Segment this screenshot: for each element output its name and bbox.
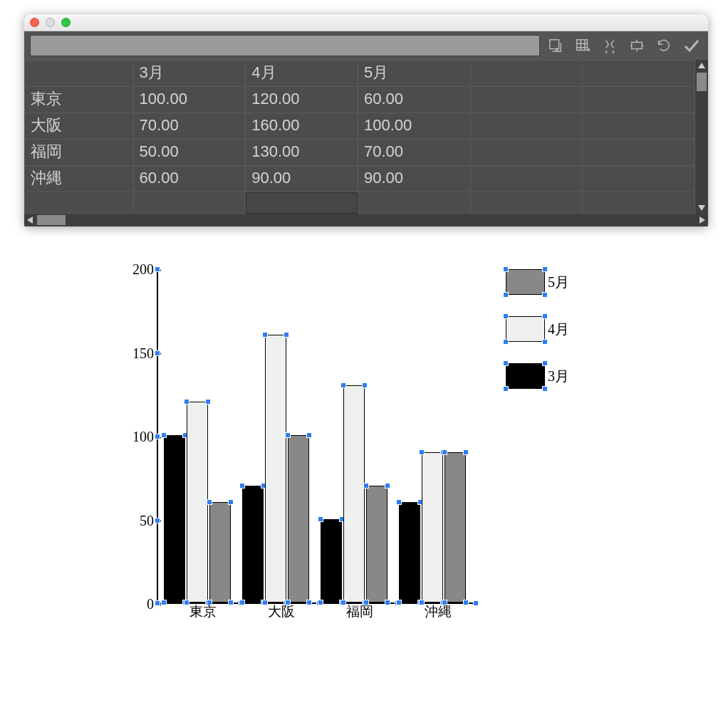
column-header[interactable]: 3月 — [133, 61, 246, 87]
legend-item[interactable]: 3月 — [506, 363, 569, 389]
bar[interactable] — [209, 502, 231, 603]
bar[interactable] — [444, 452, 466, 603]
data-cell[interactable]: 100.00 — [133, 87, 246, 113]
transpose-icon[interactable] — [571, 34, 594, 57]
bar[interactable] — [366, 486, 388, 603]
y-tick-label: 0 — [125, 596, 154, 612]
selection-handle[interactable] — [155, 434, 160, 439]
bar[interactable] — [321, 519, 342, 603]
legend-swatch[interactable] — [506, 269, 545, 295]
selection-handle[interactable] — [155, 350, 160, 356]
selected-cell[interactable] — [246, 192, 358, 214]
y-tick-label: 50 — [125, 512, 154, 528]
bar[interactable] — [422, 452, 443, 603]
bar[interactable] — [343, 385, 365, 603]
y-tick-label: 150 — [125, 345, 154, 361]
minimize-button[interactable] — [46, 18, 55, 27]
data-table[interactable]: 3月 4月 5月 東京 100.00 120.00 60.00 大阪 70.00… — [24, 60, 695, 214]
legend-item[interactable]: 5月 — [506, 269, 569, 295]
cell-input[interactable] — [30, 35, 540, 56]
svg-rect-0 — [550, 40, 559, 49]
data-toolbar — [24, 31, 708, 60]
data-cell[interactable]: 50.00 — [133, 140, 246, 166]
legend-label: 4月 — [548, 320, 569, 339]
data-cell[interactable]: 160.00 — [246, 113, 358, 140]
horizontal-scrollbar[interactable] — [24, 214, 708, 226]
row-header[interactable]: 大阪 — [25, 113, 134, 140]
data-cell[interactable]: 130.00 — [246, 140, 358, 166]
bar-chart[interactable]: 050100150200東京大阪福岡沖縄 5月4月3月 — [128, 269, 627, 604]
column-header[interactable]: 5月 — [358, 61, 470, 87]
bar[interactable] — [399, 502, 420, 603]
data-cell[interactable]: 90.00 — [246, 166, 358, 192]
x-category-label: 福岡 — [321, 603, 399, 618]
close-button[interactable] — [30, 18, 39, 27]
bar[interactable] — [288, 435, 309, 603]
y-tick-label: 200 — [125, 261, 154, 278]
scrollbar-thumb[interactable] — [37, 215, 66, 225]
y-tick-label: 100 — [125, 429, 154, 445]
x-category-label: 大阪 — [242, 603, 321, 618]
data-window: 3月 4月 5月 東京 100.00 120.00 60.00 大阪 70.00… — [24, 14, 708, 226]
bar[interactable] — [164, 435, 185, 603]
svg-rect-1 — [577, 40, 588, 51]
selection-handle[interactable] — [155, 266, 160, 272]
data-cell[interactable]: 60.00 — [358, 87, 470, 113]
import-icon[interactable] — [544, 34, 567, 57]
apply-icon[interactable] — [680, 34, 702, 57]
legend-swatch[interactable] — [506, 316, 545, 342]
bar[interactable] — [187, 402, 208, 603]
row-header[interactable]: 福岡 — [25, 140, 134, 166]
data-cell[interactable]: 100.00 — [358, 113, 470, 140]
row-header[interactable]: 東京 — [25, 87, 134, 113]
scrollbar-thumb[interactable] — [697, 73, 707, 91]
zoom-button[interactable] — [61, 18, 71, 27]
svg-rect-2 — [632, 42, 643, 48]
vertical-scrollbar[interactable] — [695, 60, 708, 214]
column-header[interactable]: 4月 — [246, 61, 358, 87]
selection-handle[interactable] — [155, 600, 160, 606]
selection-handle[interactable] — [155, 518, 160, 523]
legend-swatch[interactable] — [506, 363, 545, 389]
data-cell[interactable]: 120.00 — [246, 87, 358, 113]
row-header[interactable]: 沖縄 — [25, 166, 134, 192]
chart-legend[interactable]: 5月4月3月 — [506, 269, 569, 410]
x-category-label: 沖縄 — [399, 603, 477, 618]
x-category-label: 東京 — [164, 603, 242, 618]
data-cell[interactable]: 70.00 — [358, 140, 470, 166]
legend-label: 3月 — [548, 367, 569, 386]
selection-handle[interactable] — [473, 600, 479, 606]
revert-icon[interactable] — [652, 34, 675, 57]
data-cell[interactable]: 60.00 — [133, 166, 246, 192]
swap-xy-icon[interactable] — [598, 34, 621, 57]
bar[interactable] — [242, 486, 264, 603]
legend-label: 5月 — [548, 273, 569, 292]
data-cell[interactable]: 70.00 — [133, 113, 246, 140]
data-cell[interactable]: 90.00 — [358, 166, 470, 192]
window-titlebar[interactable] — [24, 14, 708, 31]
bar[interactable] — [265, 335, 286, 603]
cell-style-icon[interactable] — [625, 34, 648, 57]
legend-item[interactable]: 4月 — [506, 316, 569, 342]
